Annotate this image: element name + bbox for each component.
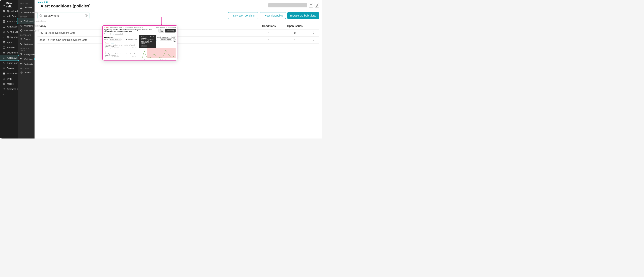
nav--[interactable]: … [0, 92, 18, 97]
policies-table: Policy⌃ Conditions Open issues Dev-To-St… [38, 23, 319, 44]
policy-search-input[interactable] [38, 14, 89, 17]
new-alert-policy-button[interactable]: +New alert policy [260, 12, 286, 19]
close-issue-button[interactable]: Close Issue [158, 29, 164, 32]
sort-icon: ⌃ [46, 25, 48, 27]
policy-row[interactable]: Dev-To-Stage Deployment Gate10 [38, 30, 319, 36]
subnav-workflows[interactable]: WorkflowsNew [18, 57, 34, 62]
state-pill: Open [110, 51, 114, 53]
tooltip-dismiss-button[interactable]: Dismiss [141, 45, 147, 47]
show-open-toggle[interactable]: ◐ Show open only [126, 38, 137, 40]
nav-browser[interactable]: Browser [0, 45, 18, 50]
logs-icon [2, 77, 6, 80]
hex-icon [2, 25, 6, 28]
nav-logs[interactable]: Logs [0, 76, 18, 81]
account-selector[interactable] [268, 3, 307, 8]
shield-icon [20, 29, 23, 32]
nrql-expand-button[interactable]: ⋯ [172, 38, 176, 40]
incident-chart [138, 48, 176, 58]
nav-add-data[interactable]: Add Data [0, 14, 18, 19]
open-issues-count: 1 [282, 36, 308, 44]
subnav-muting-rules[interactable]: Muting rules [18, 52, 34, 57]
incidents-header[interactable]: ▾ Incidents (2) [104, 36, 137, 38]
delete-policy-button[interactable] [308, 30, 319, 36]
nav-infrastructure[interactable]: Infrastructure [0, 71, 18, 76]
nav-errors-inbox[interactable]: Errors Inbox [0, 60, 18, 66]
group-label: ANALYZE [18, 2, 34, 5]
nav-all-entities[interactable]: All Entities [0, 24, 18, 29]
chart-icon [20, 6, 23, 9]
nav-synthetic-monitoring[interactable]: Synthetic Monitoring [0, 86, 18, 92]
inbox-icon [2, 62, 6, 64]
svg-point-21 [21, 44, 22, 45]
sort-dropdown[interactable]: Newest to oldest ▾ [109, 38, 122, 40]
breadcrumb[interactable]: Alerts & AI [38, 1, 94, 4]
svg-rect-4 [4, 22, 5, 22]
th-open-issues[interactable]: Open issues [282, 23, 308, 29]
subnav-anomaly-detection[interactable]: Anomaly detection [18, 24, 34, 28]
nav-all-capabilities[interactable]: All Capabilities [0, 19, 18, 24]
main-content: Alerts & AI Alert conditions (policies) … [34, 0, 322, 138]
nav-query-your-data[interactable]: Query Your Data [0, 34, 18, 40]
acknowledge-button[interactable]: Acknowledge [165, 29, 176, 32]
mobile-icon [2, 82, 6, 86]
sources-icon [20, 38, 23, 40]
policy-row[interactable]: Stage-To-Prod-One-Box Deployment Gate11 [38, 36, 319, 44]
incident-card[interactable]: CriticalOpenApp 1 query result is > 1.0 … [104, 41, 137, 50]
incident-title: App 2 query result is > 1.0 for 5 minute… [105, 53, 136, 56]
server-icon [2, 72, 6, 75]
search-icon [39, 14, 42, 18]
policy-search-box[interactable] [38, 12, 90, 19]
primary-sidebar: new relic. Quick FindAdd DataAll Capabil… [0, 0, 18, 138]
dest-icon [20, 63, 23, 65]
group-label: CORRELATE [18, 33, 34, 37]
th-conditions[interactable]: Conditions [256, 23, 282, 29]
mute-icon [20, 53, 23, 56]
state-pill: Open [110, 42, 114, 44]
help-icon[interactable]: ? [309, 3, 313, 8]
nav-quick-find[interactable]: Quick Find [0, 8, 18, 14]
svg-rect-8 [3, 52, 5, 54]
browse-prebuilt-alerts-button[interactable]: Browse pre-built alerts [287, 12, 319, 19]
incident-card[interactable]: CriticalOpenApp 2 query result is > 1.0 … [104, 50, 137, 58]
nav-traces[interactable]: Traces [0, 66, 18, 71]
bell-icon [20, 20, 23, 22]
subnav-general[interactable]: General [18, 70, 34, 75]
globe-icon [2, 30, 6, 34]
nav-alerts-ai[interactable]: Alerts & AI [0, 55, 18, 60]
subnav-destinations[interactable]: Destinations [18, 62, 34, 66]
search-icon [2, 10, 6, 12]
permalink-icon[interactable] [314, 3, 319, 8]
grid-icon [2, 20, 6, 23]
condition-count: 1 [256, 36, 282, 44]
nav-mobile[interactable]: Mobile [0, 81, 18, 86]
new-alert-condition-button[interactable]: +New alert condition [228, 12, 258, 19]
svg-rect-10 [3, 72, 5, 73]
subnav-issues-activity[interactable]: Issues & activity [18, 10, 34, 15]
group-label: SETTINGS [18, 66, 34, 70]
gear-icon [20, 71, 23, 74]
nav-apm-services[interactable]: APM & Services [0, 29, 18, 34]
source-label: Source: [104, 33, 108, 35]
svg-point-24 [21, 64, 22, 64]
subnav-overview[interactable]: Overview [18, 5, 34, 10]
subnav-decisions[interactable]: Decisions [18, 42, 34, 46]
nav-dashboards[interactable]: Dashboards [0, 50, 18, 55]
issue-title: App2 query result is > 1.0 for 5 minutes… [104, 29, 158, 32]
subnav-alert-coverage-g-[interactable]: Alert coverage g…Beta [18, 28, 34, 33]
open-issues-count: 0 [282, 30, 308, 36]
page-title: Alert conditions (policies) [38, 4, 94, 10]
clear-search-icon[interactable] [85, 14, 88, 18]
issue-activated-text: Issue activated on Apr 16, 2023 9:28am [110, 27, 132, 28]
see-nrql-button[interactable]: See NRQL overview [160, 38, 172, 40]
plus-icon [2, 15, 6, 18]
logo[interactable]: new relic. [0, 1, 18, 8]
traces-icon [2, 67, 6, 70]
issue-duration-text: Duration: 1d 5h [134, 27, 142, 28]
synth-icon [2, 88, 6, 90]
nav-apps[interactable]: Apps [0, 40, 18, 45]
subnav-sources[interactable]: Sources [18, 37, 34, 42]
delete-policy-button[interactable] [308, 36, 319, 44]
issue-payload-link[interactable]: Issue payload [115, 33, 123, 34]
severity-pill: Critical [105, 42, 110, 44]
subnav-alert-conditions-policies-[interactable]: Alert conditions (policies) [18, 18, 34, 24]
